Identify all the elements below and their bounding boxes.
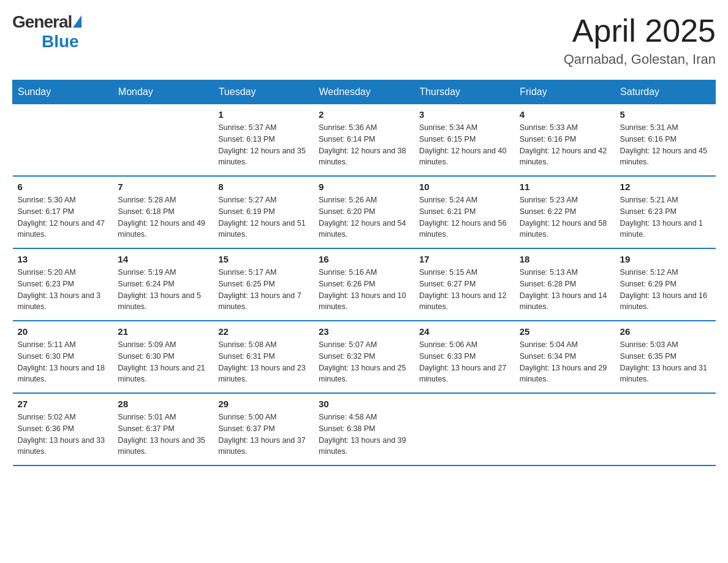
day-detail: Sunrise: 5:26 AMSunset: 6:20 PMDaylight:… (319, 194, 409, 240)
day-cell: 16Sunrise: 5:16 AMSunset: 6:26 PMDayligh… (314, 248, 414, 321)
day-detail: Sunrise: 5:33 AMSunset: 6:16 PMDaylight:… (520, 122, 610, 168)
day-cell: 19Sunrise: 5:12 AMSunset: 6:29 PMDayligh… (615, 248, 716, 321)
calendar-title: April 2025 (564, 12, 716, 49)
day-number: 23 (319, 326, 409, 337)
day-detail: Sunrise: 5:34 AMSunset: 6:15 PMDaylight:… (419, 122, 510, 168)
day-detail: Sunrise: 5:30 AMSunset: 6:17 PMDaylight:… (18, 194, 108, 240)
day-detail: Sunrise: 5:37 AMSunset: 6:13 PMDaylight:… (218, 122, 309, 168)
day-detail: Sunrise: 4:58 AMSunset: 6:38 PMDaylight:… (319, 412, 409, 458)
day-cell: 12Sunrise: 5:21 AMSunset: 6:23 PMDayligh… (615, 176, 716, 248)
header-cell-sunday: Sunday (13, 80, 113, 104)
day-number: 14 (118, 254, 208, 264)
day-number: 9 (319, 182, 409, 192)
day-cell: 30Sunrise: 4:58 AMSunset: 6:38 PMDayligh… (314, 393, 414, 465)
calendar-table: SundayMondayTuesdayWednesdayThursdayFrid… (12, 80, 716, 466)
day-number: 15 (218, 254, 309, 264)
day-number: 20 (18, 326, 108, 337)
day-cell: 22Sunrise: 5:08 AMSunset: 6:31 PMDayligh… (213, 321, 314, 393)
day-number: 17 (419, 254, 510, 264)
day-cell: 21Sunrise: 5:09 AMSunset: 6:30 PMDayligh… (113, 321, 213, 393)
day-cell: 13Sunrise: 5:20 AMSunset: 6:23 PMDayligh… (13, 248, 113, 321)
title-section: April 2025 Qarnabad, Golestan, Iran (564, 12, 716, 67)
page-header: General Blue April 2025 Qarnabad, Golest… (12, 12, 716, 67)
day-detail: Sunrise: 5:09 AMSunset: 6:30 PMDaylight:… (118, 339, 208, 385)
day-cell (113, 104, 213, 177)
day-cell: 23Sunrise: 5:07 AMSunset: 6:32 PMDayligh… (314, 321, 414, 393)
day-detail: Sunrise: 5:31 AMSunset: 6:16 PMDaylight:… (620, 122, 711, 168)
day-cell: 15Sunrise: 5:17 AMSunset: 6:25 PMDayligh… (213, 248, 314, 321)
day-cell (515, 393, 615, 465)
day-number: 3 (419, 109, 510, 120)
day-cell: 27Sunrise: 5:02 AMSunset: 6:36 PMDayligh… (13, 393, 113, 465)
day-number: 30 (319, 399, 409, 409)
day-cell: 11Sunrise: 5:23 AMSunset: 6:22 PMDayligh… (515, 176, 615, 248)
day-cell: 10Sunrise: 5:24 AMSunset: 6:21 PMDayligh… (414, 176, 515, 248)
week-row-5: 27Sunrise: 5:02 AMSunset: 6:36 PMDayligh… (13, 393, 716, 465)
day-cell: 25Sunrise: 5:04 AMSunset: 6:34 PMDayligh… (515, 321, 615, 393)
logo-triangle-icon (73, 15, 82, 28)
day-detail: Sunrise: 5:13 AMSunset: 6:28 PMDaylight:… (520, 267, 610, 313)
day-detail: Sunrise: 5:01 AMSunset: 6:37 PMDaylight:… (118, 412, 208, 458)
day-number: 7 (118, 182, 208, 192)
day-detail: Sunrise: 5:23 AMSunset: 6:22 PMDaylight:… (520, 194, 610, 240)
day-detail: Sunrise: 5:12 AMSunset: 6:29 PMDaylight:… (620, 267, 711, 313)
header-row: SundayMondayTuesdayWednesdayThursdayFrid… (13, 80, 716, 104)
day-number: 10 (419, 182, 510, 192)
day-number: 16 (319, 254, 409, 264)
day-cell: 24Sunrise: 5:06 AMSunset: 6:33 PMDayligh… (414, 321, 515, 393)
day-number: 13 (18, 254, 108, 264)
day-detail: Sunrise: 5:00 AMSunset: 6:37 PMDaylight:… (218, 412, 309, 458)
logo-general-text: General (12, 12, 72, 32)
day-number: 27 (18, 399, 108, 409)
day-number: 1 (218, 109, 309, 120)
day-number: 12 (620, 182, 711, 192)
day-cell (13, 104, 113, 177)
day-cell (615, 393, 716, 465)
day-cell: 4Sunrise: 5:33 AMSunset: 6:16 PMDaylight… (515, 104, 615, 177)
day-number: 29 (218, 399, 309, 409)
day-cell: 3Sunrise: 5:34 AMSunset: 6:15 PMDaylight… (414, 104, 515, 177)
calendar-header: SundayMondayTuesdayWednesdayThursdayFrid… (13, 80, 716, 104)
calendar-body: 1Sunrise: 5:37 AMSunset: 6:13 PMDaylight… (13, 104, 716, 466)
week-row-2: 6Sunrise: 5:30 AMSunset: 6:17 PMDaylight… (13, 176, 716, 248)
day-detail: Sunrise: 5:28 AMSunset: 6:18 PMDaylight:… (118, 194, 208, 240)
day-cell: 14Sunrise: 5:19 AMSunset: 6:24 PMDayligh… (113, 248, 213, 321)
day-detail: Sunrise: 5:02 AMSunset: 6:36 PMDaylight:… (18, 412, 108, 458)
logo-blue-text: Blue (42, 32, 79, 52)
day-detail: Sunrise: 5:20 AMSunset: 6:23 PMDaylight:… (18, 267, 108, 313)
day-number: 4 (520, 109, 610, 120)
day-number: 24 (419, 326, 510, 337)
header-cell-friday: Friday (515, 80, 615, 104)
day-detail: Sunrise: 5:15 AMSunset: 6:27 PMDaylight:… (419, 267, 510, 313)
day-cell: 5Sunrise: 5:31 AMSunset: 6:16 PMDaylight… (615, 104, 716, 177)
day-cell: 2Sunrise: 5:36 AMSunset: 6:14 PMDaylight… (314, 104, 414, 177)
day-number: 26 (620, 326, 711, 337)
day-detail: Sunrise: 5:06 AMSunset: 6:33 PMDaylight:… (419, 339, 510, 385)
day-cell: 28Sunrise: 5:01 AMSunset: 6:37 PMDayligh… (113, 393, 213, 465)
day-number: 8 (218, 182, 309, 192)
week-row-3: 13Sunrise: 5:20 AMSunset: 6:23 PMDayligh… (13, 248, 716, 321)
calendar-subtitle: Qarnabad, Golestan, Iran (564, 52, 716, 67)
week-row-1: 1Sunrise: 5:37 AMSunset: 6:13 PMDaylight… (13, 104, 716, 177)
day-detail: Sunrise: 5:19 AMSunset: 6:24 PMDaylight:… (118, 267, 208, 313)
day-cell: 7Sunrise: 5:28 AMSunset: 6:18 PMDaylight… (113, 176, 213, 248)
day-detail: Sunrise: 5:36 AMSunset: 6:14 PMDaylight:… (319, 122, 409, 168)
day-cell: 8Sunrise: 5:27 AMSunset: 6:19 PMDaylight… (213, 176, 314, 248)
day-detail: Sunrise: 5:03 AMSunset: 6:35 PMDaylight:… (620, 339, 711, 385)
day-cell: 6Sunrise: 5:30 AMSunset: 6:17 PMDaylight… (13, 176, 113, 248)
day-cell: 20Sunrise: 5:11 AMSunset: 6:30 PMDayligh… (13, 321, 113, 393)
day-number: 19 (620, 254, 711, 264)
day-detail: Sunrise: 5:04 AMSunset: 6:34 PMDaylight:… (520, 339, 610, 385)
day-detail: Sunrise: 5:17 AMSunset: 6:25 PMDaylight:… (218, 267, 309, 313)
day-detail: Sunrise: 5:16 AMSunset: 6:26 PMDaylight:… (319, 267, 409, 313)
day-cell: 26Sunrise: 5:03 AMSunset: 6:35 PMDayligh… (615, 321, 716, 393)
day-detail: Sunrise: 5:07 AMSunset: 6:32 PMDaylight:… (319, 339, 409, 385)
day-number: 18 (520, 254, 610, 264)
day-number: 22 (218, 326, 309, 337)
header-cell-thursday: Thursday (414, 80, 515, 104)
day-detail: Sunrise: 5:21 AMSunset: 6:23 PMDaylight:… (620, 194, 711, 240)
header-cell-monday: Monday (113, 80, 213, 104)
day-detail: Sunrise: 5:11 AMSunset: 6:30 PMDaylight:… (18, 339, 108, 385)
day-cell (414, 393, 515, 465)
day-number: 21 (118, 326, 208, 337)
